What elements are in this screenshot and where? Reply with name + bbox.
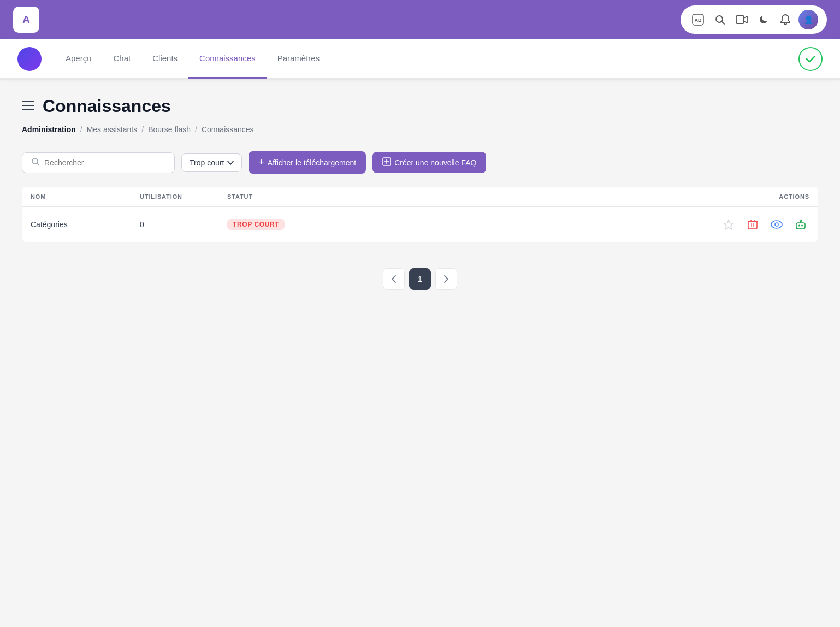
search-box	[22, 152, 175, 173]
bot-button[interactable]	[792, 216, 809, 233]
svg-marker-14	[724, 220, 733, 229]
pagination: 1	[22, 268, 818, 290]
breadcrumb-item-2[interactable]: Bourse flash	[148, 125, 191, 134]
cell-nom: Catégories	[22, 207, 131, 242]
tab-apercu[interactable]: Aperçu	[55, 39, 103, 79]
breadcrumb-item-0[interactable]: Administration	[22, 125, 76, 134]
hamburger-icon[interactable]	[22, 99, 34, 114]
sub-navbar-wrapper: Aperçu Chat Clients Connaissances Paramè…	[0, 39, 840, 79]
col-statut: STATUT	[218, 187, 328, 207]
robot-icon	[795, 219, 806, 230]
logo[interactable]: A	[13, 7, 39, 33]
col-nom: NOM	[22, 187, 131, 207]
chevron-left-icon	[392, 275, 396, 283]
page-header: Connaissances	[22, 96, 818, 116]
create-faq-label: Créer une nouvelle FAQ	[394, 158, 476, 167]
avatar-image: 👤	[798, 10, 818, 29]
cell-empty	[328, 207, 711, 242]
svg-line-3	[722, 22, 725, 25]
filter-label: Trop court	[190, 158, 224, 167]
table-row: Catégories 0 TROP COURT	[22, 207, 818, 242]
svg-rect-15	[748, 221, 757, 229]
svg-line-10	[37, 163, 39, 165]
actions-cell	[720, 216, 809, 233]
star-button[interactable]	[720, 216, 737, 233]
eye-icon	[771, 220, 783, 229]
tab-clients[interactable]: Clients	[141, 39, 188, 79]
create-faq-button[interactable]: Créer une nouvelle FAQ	[372, 152, 486, 173]
view-button[interactable]	[768, 216, 785, 233]
filter-dropdown[interactable]: Trop court	[181, 153, 242, 172]
table-container: NOM UTILISATION STATUT ACTIONS Catégorie…	[22, 187, 818, 242]
breadcrumb-item-1[interactable]: Mes assistants	[87, 125, 138, 134]
table-header: NOM UTILISATION STATUT ACTIONS	[22, 187, 818, 207]
col-actions: ACTIONS	[711, 187, 818, 207]
page-title: Connaissances	[43, 96, 171, 116]
main-content: Connaissances Administration / Mes assis…	[0, 79, 840, 307]
page-1-button[interactable]: 1	[409, 268, 431, 290]
topbar: A AB	[0, 0, 840, 39]
dark-mode-icon[interactable]	[755, 11, 772, 28]
toolbar: Trop court + Afficher le téléchargement …	[22, 151, 818, 174]
prev-page-button[interactable]	[383, 268, 405, 290]
plus-icon: +	[258, 157, 264, 168]
assistant-avatar	[17, 47, 42, 71]
navbar-right	[798, 47, 823, 71]
search-icon[interactable]	[711, 11, 729, 28]
svg-point-27	[800, 220, 802, 222]
svg-point-21	[771, 221, 782, 228]
svg-point-22	[775, 223, 778, 226]
svg-point-24	[798, 225, 800, 227]
breadcrumb-item-3[interactable]: Connaissances	[202, 125, 254, 134]
sub-navbar: Aperçu Chat Clients Connaissances Paramè…	[0, 39, 840, 79]
search-icon	[31, 157, 40, 168]
breadcrumb-sep-1: /	[141, 125, 144, 134]
svg-rect-4	[736, 16, 744, 23]
svg-text:AB: AB	[695, 17, 702, 23]
star-icon	[723, 219, 734, 230]
chevron-right-icon	[444, 275, 448, 283]
trash-icon	[748, 219, 758, 230]
col-empty	[328, 187, 711, 207]
svg-point-25	[801, 225, 803, 227]
ab-icon[interactable]: AB	[689, 11, 707, 28]
svg-marker-5	[744, 16, 747, 23]
status-badge: TROP COURT	[227, 219, 285, 230]
topbar-actions: AB 👤	[681, 5, 827, 34]
status-check-badge	[798, 47, 823, 71]
cell-actions	[711, 207, 818, 242]
col-utilisation: UTILISATION	[131, 187, 218, 207]
cell-statut: TROP COURT	[218, 207, 328, 242]
svg-rect-23	[796, 223, 805, 229]
knowledge-table: NOM UTILISATION STATUT ACTIONS Catégorie…	[22, 187, 818, 242]
breadcrumb-sep-0: /	[80, 125, 82, 134]
breadcrumb-sep-2: /	[195, 125, 197, 134]
notification-icon[interactable]	[777, 11, 794, 28]
upload-button[interactable]: + Afficher le téléchargement	[249, 151, 366, 174]
upload-button-label: Afficher le téléchargement	[268, 158, 356, 167]
create-icon	[382, 157, 391, 168]
delete-button[interactable]	[744, 216, 761, 233]
user-avatar[interactable]: 👤	[798, 10, 818, 29]
tab-chat[interactable]: Chat	[103, 39, 142, 79]
cell-utilisation: 0	[131, 207, 218, 242]
search-input[interactable]	[44, 158, 165, 167]
tab-parametres[interactable]: Paramètres	[267, 39, 331, 79]
tab-connaissances[interactable]: Connaissances	[188, 39, 267, 79]
chevron-down-icon	[227, 161, 234, 165]
table-body: Catégories 0 TROP COURT	[22, 207, 818, 242]
breadcrumb: Administration / Mes assistants / Bourse…	[22, 125, 818, 134]
video-icon[interactable]	[733, 11, 750, 28]
next-page-button[interactable]	[435, 268, 457, 290]
